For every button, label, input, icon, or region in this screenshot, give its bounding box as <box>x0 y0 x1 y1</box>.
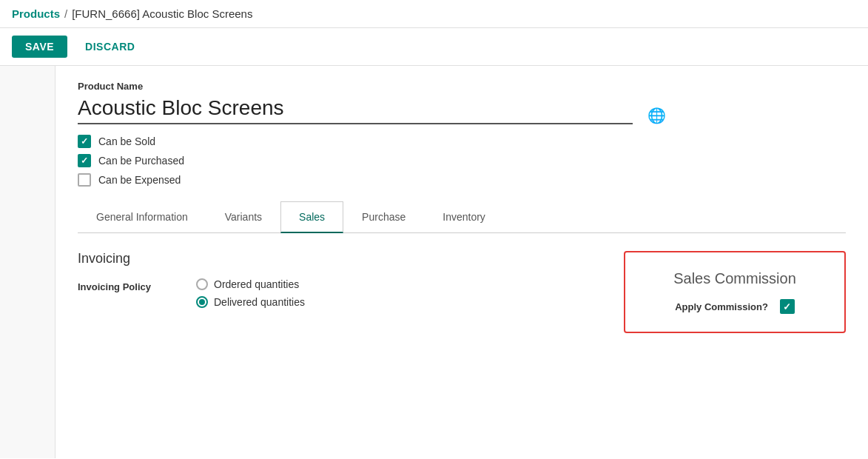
toolbar: SAVE DISCARD <box>0 28 868 66</box>
radio-delivered[interactable]: Delivered quantities <box>196 296 305 308</box>
breadcrumb-current: [FURN_6666] Acoustic Bloc Screens <box>72 7 252 20</box>
product-header: Product Name 🌐 <box>78 81 846 135</box>
sales-commission-box: Sales Commission Apply Commission? <box>624 251 846 333</box>
tab-inventory[interactable]: Inventory <box>424 201 504 233</box>
radio-ordered-btn[interactable] <box>196 278 208 290</box>
can-be-sold-label: Can be Sold <box>98 135 155 147</box>
can-be-purchased-row[interactable]: Can be Purchased <box>78 154 846 167</box>
product-name-label: Product Name <box>78 81 846 92</box>
save-button[interactable]: SAVE <box>12 36 67 58</box>
can-be-purchased-checkbox[interactable] <box>78 154 91 167</box>
invoicing-title: Invoicing <box>78 251 594 267</box>
product-name-input[interactable] <box>78 96 633 124</box>
apply-commission-checkbox[interactable] <box>780 299 795 314</box>
tab-general-information[interactable]: General Information <box>78 201 206 233</box>
discard-button[interactable]: DISCARD <box>76 36 144 58</box>
can-be-sold-checkbox[interactable] <box>78 135 91 148</box>
apply-commission-label: Apply Commission? <box>675 301 768 312</box>
tab-content: Invoicing Invoicing Policy Ordered quant… <box>78 251 846 333</box>
tabs-bar: General Information Variants Sales Purch… <box>78 201 846 233</box>
globe-icon[interactable]: 🌐 <box>647 107 666 124</box>
breadcrumb-products-link[interactable]: Products <box>12 7 60 20</box>
tab-variants[interactable]: Variants <box>206 201 280 233</box>
radio-options: Ordered quantities Delivered quantities <box>196 278 305 308</box>
invoicing-section: Invoicing Invoicing Policy Ordered quant… <box>78 251 594 333</box>
tab-purchase[interactable]: Purchase <box>343 201 424 233</box>
breadcrumb-separator: / <box>64 7 67 20</box>
can-be-expensed-checkbox[interactable] <box>78 173 91 187</box>
radio-ordered[interactable]: Ordered quantities <box>196 278 305 290</box>
invoicing-policy-label: Invoicing Policy <box>78 278 181 292</box>
radio-ordered-label: Ordered quantities <box>214 278 299 290</box>
commission-row: Apply Commission? <box>655 299 815 314</box>
commission-title: Sales Commission <box>655 270 815 287</box>
breadcrumb: Products / [FURN_6666] Acoustic Bloc Scr… <box>12 7 252 20</box>
checkboxes-group: Can be Sold Can be Purchased Can be Expe… <box>78 135 846 187</box>
radio-delivered-label: Delivered quantities <box>214 296 305 308</box>
main-content: Product Name 🌐 Can be Sold Can be Purcha… <box>55 66 868 458</box>
can-be-expensed-row[interactable]: Can be Expensed <box>78 173 846 187</box>
radio-delivered-btn[interactable] <box>196 296 208 308</box>
can-be-purchased-label: Can be Purchased <box>98 155 184 167</box>
content-area: Product Name 🌐 Can be Sold Can be Purcha… <box>0 66 868 458</box>
can-be-expensed-label: Can be Expensed <box>98 174 181 186</box>
invoicing-policy-row: Invoicing Policy Ordered quantities Deli… <box>78 278 594 308</box>
tab-sales[interactable]: Sales <box>280 201 343 233</box>
can-be-sold-row[interactable]: Can be Sold <box>78 135 846 148</box>
left-sidebar <box>0 66 55 458</box>
breadcrumb-bar: Products / [FURN_6666] Acoustic Bloc Scr… <box>0 0 868 28</box>
